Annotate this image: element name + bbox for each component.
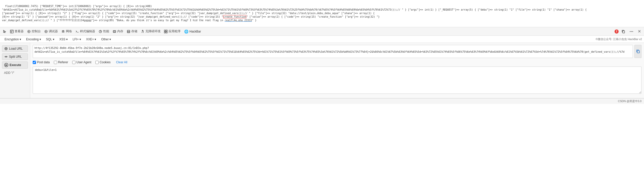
more-options-button[interactable] [628, 29, 635, 34]
post-data-label: Post data [37, 60, 50, 64]
copy-button[interactable] [620, 29, 627, 34]
referer-label: Referer [58, 60, 68, 64]
tool-cursor[interactable] [2, 29, 8, 34]
tool-storage[interactable]: 存储 [125, 28, 139, 35]
tool-hackbar[interactable]: 🌐 HackBar [183, 28, 203, 35]
tool-network-label: 网络 [66, 29, 72, 34]
hackbar-body: Load URL Split URL ▶ Execute ADD "/" [0, 43, 644, 98]
post-data-checkbox-label[interactable]: Post data [33, 60, 50, 64]
tool-debugger-label: 调试器 [49, 29, 58, 34]
tool-style-editor[interactable]: 样式编辑器 [74, 28, 97, 35]
url-copy-button[interactable] [634, 45, 641, 58]
tool-memory[interactable]: 内存 [111, 28, 125, 35]
status-bar: CSDN @郑是中3.0 [0, 98, 644, 104]
url-copy-icon [636, 49, 640, 53]
svg-rect-19 [127, 30, 130, 33]
menu-encryption[interactable]: Encryption ▾ [2, 37, 24, 42]
svg-marker-6 [46, 31, 47, 32]
console-line-4-post: " ["value"]=> array(2) { ["code"]=> stri… [246, 15, 380, 18]
post-data-input[interactable] [33, 67, 641, 94]
console-line-3: ["passwd"]=> array(1) { [0]=> string(1) … [2, 12, 375, 15]
tool-network[interactable]: 网络 [60, 28, 73, 35]
hackbar-menu-bar: Encryption ▾ Encoding ▾ SQL ▾ XSS ▾ LFI+… [0, 36, 644, 43]
svg-marker-4 [28, 31, 30, 32]
url-input[interactable] [33, 45, 633, 58]
url-bar [33, 45, 641, 58]
tool-storage-label: 存储 [131, 29, 137, 34]
error-badge: 2 [615, 29, 619, 34]
svg-rect-0 [10, 30, 13, 33]
cookies-checkbox[interactable] [95, 61, 99, 64]
svg-rect-25 [164, 32, 166, 33]
user-agent-checkbox[interactable] [72, 61, 75, 64]
svg-point-29 [631, 31, 632, 32]
hackbar-branding: ©微信公众号: 江南小虫虫 HackBar v2 [596, 37, 642, 41]
menu-encoding[interactable]: Encoding ▾ [24, 37, 44, 42]
cookies-label: Cookies [100, 60, 110, 64]
console-line-4-pre: [0]=> string(1) "1" } ["passwd"]=> array… [2, 15, 223, 18]
tool-app-manager[interactable]: 应用程序 [163, 28, 182, 35]
status-text: CSDN @郑是中3.0 [618, 99, 641, 103]
console-highlight-create-function: create_function [223, 15, 246, 18]
svg-rect-24 [166, 30, 167, 31]
tool-hackbar-label: HackBar [189, 30, 201, 33]
svg-point-28 [630, 31, 631, 32]
tool-performance[interactable]: 性能 [97, 28, 111, 35]
post-data-checkbox[interactable] [33, 61, 36, 64]
execute-icon: ▶ [4, 63, 8, 67]
hackbar-content: Post data Referer User Agent Cookies Cle… [30, 43, 644, 98]
devtools-toolbar: 查看器 控制台 调试器 网络 样式编辑器 [0, 27, 644, 36]
menu-xss[interactable]: XSS ▾ [57, 37, 70, 42]
svg-rect-27 [623, 31, 625, 33]
svg-rect-16 [113, 30, 116, 33]
menu-lfi[interactable]: LFI+ ▾ [70, 37, 84, 42]
menu-xxe[interactable]: XXE+ ▾ [84, 37, 99, 42]
split-url-icon [4, 55, 8, 58]
svg-rect-26 [166, 32, 167, 33]
console-real-flag-link: rea1fl4g.php 23333 [225, 19, 252, 22]
user-agent-label: User Agent [76, 60, 91, 64]
menu-sql[interactable]: SQL ▾ [44, 37, 57, 42]
tool-style-editor-label: 样式编辑器 [80, 29, 95, 34]
console-line-5-post: " } [252, 19, 256, 22]
tool-memory-label: 内存 [117, 29, 123, 34]
load-url-button[interactable]: Load URL [2, 45, 28, 52]
svg-rect-37 [637, 51, 639, 53]
svg-rect-23 [164, 30, 166, 31]
clear-all-button[interactable]: Clear All [114, 60, 129, 65]
tool-debugger[interactable]: 调试器 [43, 28, 59, 35]
cookies-checkbox-label[interactable]: Cookies [95, 60, 110, 64]
tool-inspector[interactable]: 查看器 [9, 28, 25, 35]
console-output: float(1710068002.7475) ["REQUEST_TIME"]=… [0, 0, 644, 27]
close-devtools-button[interactable]: ✕ [636, 28, 642, 35]
console-line-5-pre: var_dump(get_defined_vars());// " } ["ff… [2, 19, 225, 22]
tool-console[interactable]: 控制台 [26, 28, 42, 35]
user-agent-checkbox-label[interactable]: User Agent [72, 60, 91, 64]
tool-console-label: 控制台 [32, 29, 41, 34]
referer-checkbox-label[interactable]: Referer [54, 60, 68, 64]
split-url-button[interactable]: Split URL [2, 53, 28, 60]
tool-app-manager-label: 应用程序 [169, 29, 181, 34]
console-line-1: float(1710068002.7475) ["REQUEST_TIME"]=… [5, 5, 152, 8]
svg-point-30 [632, 31, 633, 32]
checkboxes-row: Post data Referer User Agent Cookies Cle… [33, 60, 641, 65]
tool-accessibility-label: 无障碍环境 [145, 29, 160, 34]
devtools-right-section: 2 ✕ [615, 28, 642, 35]
tool-inspector-label: 查看器 [15, 29, 24, 34]
svg-point-34 [6, 56, 7, 57]
tool-performance-label: 性能 [103, 29, 109, 34]
menu-other[interactable]: Other ▾ [99, 37, 113, 42]
referer-checkbox[interactable] [54, 61, 57, 64]
add-slash-button[interactable]: ADD "/" [2, 70, 28, 76]
execute-button[interactable]: ▶ Execute [2, 62, 28, 69]
tool-accessibility[interactable]: 无障碍环境 [139, 28, 162, 35]
load-url-icon [4, 47, 8, 50]
hackbar-sidebar: Load URL Split URL ▶ Execute ADD "/" [0, 43, 30, 98]
console-line-2: "de%62u=a%71ua_is_cuta%0a&file=%64%61%74… [2, 8, 587, 11]
